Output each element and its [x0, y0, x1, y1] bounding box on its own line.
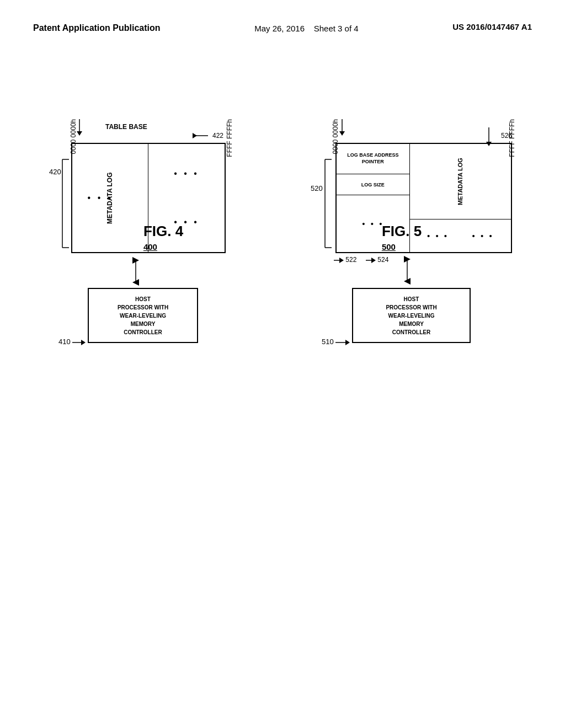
svg-marker-22 — [371, 258, 376, 263]
fig4-top-left-arrow — [76, 119, 83, 136]
fig4-label-410: 410 — [58, 338, 86, 346]
fig4-bracket-420 — [58, 157, 72, 250]
fig5-526-arrow — [481, 127, 498, 147]
fig4-addr-top-right: FFFF FFFFh — [226, 119, 233, 157]
fig4-422-arrow — [193, 132, 209, 140]
fig5-510-arrow — [335, 339, 352, 346]
fig5-double-arrow — [396, 255, 418, 285]
svg-marker-11 — [81, 340, 86, 345]
fig5-dots-left: • • • — [337, 195, 409, 252]
fig5-main-box: 526 LOG BASE ADDRESS POINTER LOG SIZE • … — [335, 143, 512, 253]
fig5-log-base-label: LOG BASE ADDRESS POINTER — [337, 144, 409, 174]
fig5-label-520: 520 — [311, 184, 323, 192]
fig4-main-box: TABLE BASE 422 METADATA LOG • • • • • • … — [71, 143, 226, 253]
svg-marker-1 — [77, 131, 82, 136]
fig5-label-526: 526 — [501, 132, 512, 140]
fig4-dots-left: • • • — [88, 193, 113, 203]
fig4-dots-bottom: • • • — [174, 217, 199, 227]
svg-marker-27 — [345, 340, 350, 345]
fig4-dots-top: • • • — [174, 169, 199, 179]
fig5-bracket-520 — [322, 157, 334, 250]
header-publication-label: Patent Application Publication — [33, 22, 161, 34]
header-patent-num: US 2016/0147467 A1 — [452, 22, 532, 31]
svg-marker-18 — [486, 142, 492, 146]
fig5-processor-label: HOSTPROCESSOR WITHWEAR-LEVELINGMEMORYCON… — [386, 295, 436, 336]
fig4-label-422: 422 — [212, 132, 223, 140]
fig5-processor-box: HOSTPROCESSOR WITHWEAR-LEVELINGMEMORYCON… — [352, 288, 471, 343]
diagrams-container: 0000 0000h FFFF FFFFh 420 TABLE BASE 422 — [0, 68, 565, 146]
fig5-label-524: 524 — [366, 256, 388, 264]
page-header: Patent Application Publication May 26, 2… — [0, 0, 565, 46]
fig4-processor-box: HOSTPROCESSOR WITHWEAR-LEVELINGMEMORYCON… — [88, 288, 198, 343]
fig4-table-base-label: TABLE BASE — [105, 123, 147, 131]
svg-marker-6 — [193, 133, 197, 138]
fig5-log-size-label: LOG SIZE — [337, 174, 409, 195]
fig4-double-arrow — [125, 256, 147, 286]
fig5-right-dots: • • • • • • — [410, 220, 511, 252]
fig4-410-arrow — [72, 339, 86, 346]
fig5-left-section: LOG BASE ADDRESS POINTER LOG SIZE • • • — [337, 144, 410, 252]
header-date-sheet: May 26, 2016 Sheet 3 of 4 — [254, 22, 358, 35]
fig5-label-510: 510 — [322, 338, 352, 346]
fig5-label-522: 522 — [334, 256, 356, 264]
fig5-top-left-arrow — [338, 119, 346, 136]
svg-marker-20 — [339, 258, 344, 263]
fig5-metadata-log: METADATA LOG — [410, 144, 511, 220]
fig4-right-col: • • • • • • — [148, 144, 225, 252]
fig4-processor-label: HOSTPROCESSOR WITHWEAR-LEVELINGMEMORYCON… — [118, 295, 168, 336]
svg-marker-13 — [339, 131, 345, 136]
fig5-right-section: METADATA LOG • • • • • • — [410, 144, 511, 252]
